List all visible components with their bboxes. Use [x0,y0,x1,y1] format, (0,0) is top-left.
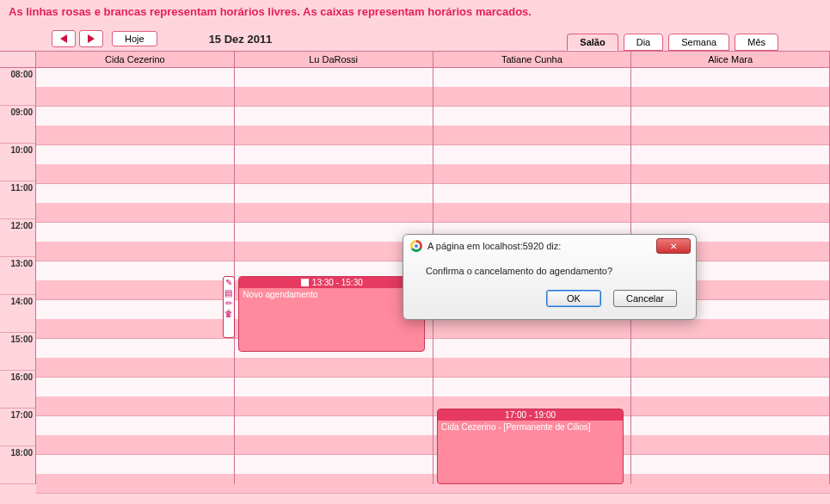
note-icon[interactable]: ▤ [224,289,233,298]
time-col-head [0,52,36,67]
appointment-a2[interactable]: 17:00 - 19:00 Cida Cezerino - [Permanent… [437,409,624,484]
dialog-title-text: A página em localhost:5920 diz: [427,241,561,251]
time-label: 16:00 [0,371,35,409]
tab-semana[interactable]: Semana [668,34,729,51]
current-date: 15 Dez 2011 [209,33,273,46]
today-button[interactable]: Hoje [112,31,157,46]
appointment-a2-header: 17:00 - 19:00 [438,409,623,421]
tab-salao[interactable]: Salão [567,34,618,51]
appointment-a1[interactable]: 13:30 - 15:30 Novo agendamento [238,276,425,352]
time-label: 14:00 [0,295,35,333]
dialog-message: Confirma o cancelamento do agendamento? [403,257,696,281]
pencil-icon[interactable]: ✏ [224,299,233,308]
tab-dia[interactable]: Dia [624,34,664,51]
time-label: 08:00 [0,68,35,106]
time-label: 15:00 [0,333,35,371]
dialog-close-button[interactable]: ✕ [656,238,691,254]
appointment-a1-title: Novo agendamento [239,288,424,301]
prev-button[interactable] [52,30,76,47]
person-head-2: Tatiane Cunha [433,52,632,67]
time-label: 09:00 [0,106,35,144]
person-head-0: Cida Cezerino [36,52,235,67]
time-label: 18:00 [0,446,35,484]
person-col-0[interactable] [36,68,235,484]
dialog-actions: OK Cancelar [403,281,696,319]
appt-marker-icon [301,279,309,286]
header-row: Cida Cezerino Lu DaRossi Tatiane Cunha A… [0,52,830,68]
toolbar: Hoje 15 Dez 2011 Salão Dia Semana Mês [0,23,830,51]
next-button[interactable] [79,30,103,47]
time-label: 13:00 [0,257,35,295]
chrome-icon [410,240,422,252]
appointment-a1-time: 13:30 - 15:30 [312,278,363,287]
time-label: 12:00 [0,219,35,257]
dialog-ok-button[interactable]: OK [546,290,601,307]
appointment-a2-title: Cida Cezerino - [Permanente de Cilios] [438,421,623,433]
time-col: 08:00 09:00 10:00 11:00 12:00 13:00 14:0… [0,68,36,484]
dialog-title: A página em localhost:5920 diz: [403,235,696,257]
view-tabs: Salão Dia Semana Mês [567,34,778,51]
person-head-1: Lu DaRossi [235,52,433,67]
dialog-cancel-button[interactable]: Cancelar [613,290,677,307]
appointment-a1-header: 13:30 - 15:30 [239,277,424,288]
person-head-3: Alice Mara [631,52,830,67]
time-label: 17:00 [0,409,35,446]
confirm-dialog: ✕ A página em localhost:5920 diz: Confir… [403,234,697,320]
tab-mes[interactable]: Mês [735,34,778,51]
time-label: 10:00 [0,144,35,181]
appointment-a1-tools: ✎ ▤ ✏ 🗑 [223,276,235,338]
delete-icon[interactable]: 🗑 [224,310,233,318]
edit-icon[interactable]: ✎ [224,279,233,287]
appointment-a2-time: 17:00 - 19:00 [505,410,556,420]
arrow-right-icon [88,34,95,43]
arrow-left-icon [60,34,67,43]
instruction-text: As linhas rosas e brancas representam ho… [0,0,830,23]
time-label: 11:00 [0,181,35,219]
